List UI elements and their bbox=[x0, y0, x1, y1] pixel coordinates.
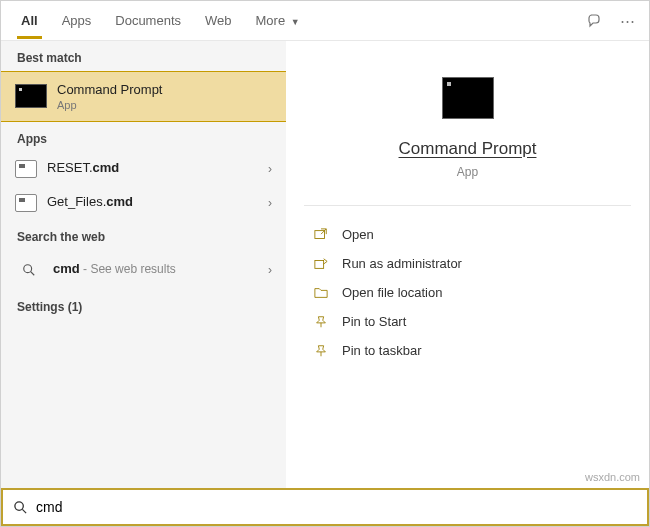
svg-line-6 bbox=[22, 509, 26, 513]
section-apps: Apps bbox=[1, 122, 286, 152]
tab-all[interactable]: All bbox=[9, 3, 50, 38]
preview-subtitle: App bbox=[304, 165, 631, 179]
filter-tabs: All Apps Documents Web More ▼ ⋯ bbox=[1, 1, 649, 41]
more-options-icon[interactable]: ⋯ bbox=[614, 6, 641, 36]
open-icon bbox=[310, 228, 332, 242]
chevron-down-icon: ▼ bbox=[291, 17, 300, 27]
watermark: wsxdn.com bbox=[585, 471, 640, 483]
result-web-cmd[interactable]: cmd - See web results › bbox=[1, 250, 286, 290]
section-web: Search the web bbox=[1, 220, 286, 250]
preview-app-icon bbox=[442, 77, 494, 119]
result-reset-cmd[interactable]: RESET.cmd › bbox=[1, 152, 286, 186]
action-pin-taskbar[interactable]: Pin to taskbar bbox=[304, 336, 631, 365]
search-icon bbox=[15, 258, 43, 282]
tab-more[interactable]: More ▼ bbox=[244, 3, 312, 38]
chevron-right-icon: › bbox=[268, 162, 272, 176]
action-run-admin[interactable]: Run as administrator bbox=[304, 249, 631, 278]
tab-documents[interactable]: Documents bbox=[103, 3, 193, 38]
chevron-right-icon: › bbox=[268, 196, 272, 210]
result-title: Command Prompt bbox=[57, 82, 162, 99]
action-open[interactable]: Open bbox=[304, 220, 631, 249]
preview-panel: Command Prompt App Open Run as administr… bbox=[286, 41, 649, 488]
chevron-right-icon: › bbox=[268, 263, 272, 277]
result-getfiles-cmd[interactable]: Get_Files.cmd › bbox=[1, 186, 286, 220]
action-open-location[interactable]: Open file location bbox=[304, 278, 631, 307]
search-input[interactable] bbox=[36, 499, 637, 515]
preview-title[interactable]: Command Prompt bbox=[304, 139, 631, 159]
divider bbox=[304, 205, 631, 206]
svg-point-0 bbox=[24, 265, 32, 273]
results-panel: Best match Command Prompt App Apps RESET… bbox=[1, 41, 286, 488]
result-command-prompt[interactable]: Command Prompt App bbox=[1, 71, 286, 122]
svg-line-3 bbox=[321, 228, 326, 233]
search-icon bbox=[13, 500, 28, 515]
section-best-match: Best match bbox=[1, 41, 286, 71]
action-pin-start[interactable]: Pin to Start bbox=[304, 307, 631, 336]
folder-icon bbox=[310, 286, 332, 300]
svg-line-1 bbox=[31, 272, 35, 276]
admin-icon bbox=[310, 257, 332, 271]
pin-icon bbox=[310, 344, 332, 358]
batch-file-icon bbox=[15, 194, 37, 212]
tab-apps[interactable]: Apps bbox=[50, 3, 104, 38]
batch-file-icon bbox=[15, 160, 37, 178]
feedback-icon[interactable] bbox=[580, 7, 608, 35]
search-bar[interactable] bbox=[1, 488, 649, 526]
section-settings[interactable]: Settings (1) bbox=[1, 290, 286, 320]
result-subtitle: App bbox=[57, 99, 162, 111]
svg-rect-4 bbox=[315, 260, 324, 268]
pin-icon bbox=[310, 315, 332, 329]
svg-point-5 bbox=[15, 501, 23, 509]
cmd-icon bbox=[15, 84, 47, 108]
tab-web[interactable]: Web bbox=[193, 3, 244, 38]
